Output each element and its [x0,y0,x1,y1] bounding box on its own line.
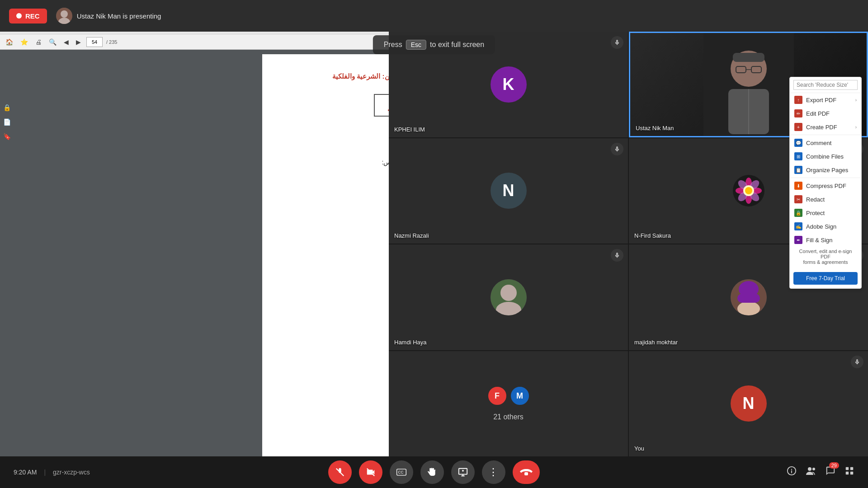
avatar-hamdi-haya [491,279,527,315]
svg-rect-40 [850,467,853,470]
presenter-text: Ustaz Nik Man is presenting [77,12,161,20]
svg-point-23 [500,285,517,301]
ctx-redact-label: Redact [806,196,825,203]
meeting-time: 9:20 AM [14,469,37,476]
ctx-adobe-sign[interactable]: ✍ Adobe Sign [790,220,861,233]
mute-kphei-ilim [611,36,623,49]
ctx-protect[interactable]: 🔒 Protect [790,206,861,220]
svg-point-21 [745,187,752,194]
tile-nazmi-razali: N Nazmi Razali [389,138,628,244]
end-call-btn[interactable] [513,460,540,484]
bottom-left: 9:20 AM | gzr-xczp-wcs [14,469,90,476]
ctx-create-pdf[interactable]: + Create PDF › [790,120,861,134]
svg-text:CC: CC [398,470,403,474]
nav-print-icon[interactable]: 🖨 [33,38,43,47]
ctx-export-pdf[interactable]: ↑ Export PDF › [790,93,861,107]
ctx-combine[interactable]: ⊞ Combine Files [790,150,861,163]
fullscreen-hint: Press Esc to exit full screen [373,35,495,54]
svg-rect-29 [737,294,760,303]
sidebar-lock-icon[interactable]: 🔒 [3,104,11,111]
svg-rect-5 [733,53,764,62]
others-count: 21 others [493,413,524,421]
ctx-adobe-sign-label: Adobe Sign [806,223,836,230]
pdf-context-menu: ↑ Export PDF › ✏ Edit PDF + Create PDF ›… [789,77,862,289]
tile-hamdi-haya: Hamdi Haya [389,244,628,350]
avatar-majidah-mokhtar [731,279,767,315]
ctx-combine-label: Combine Files [806,153,844,160]
ctx-redact[interactable]: ✂ Redact [790,192,861,206]
hint-prefix: Press [384,41,402,49]
others-avatars: F M [487,386,530,406]
rec-button[interactable]: REC [9,9,47,23]
nav-bookmark-icon[interactable]: ⭐ [19,38,30,47]
ctx-trial-btn[interactable]: Free 7-Day Trial [793,272,858,285]
sidebar-pages-icon[interactable]: 📄 [3,118,11,126]
raise-hand-btn[interactable] [420,460,444,484]
nav-prev-icon[interactable]: ◀ [62,38,71,47]
svg-rect-39 [846,467,849,470]
captions-btn[interactable]: CC [390,460,413,484]
ctx-export-arrow: › [855,98,857,103]
export-icon: ↑ [794,96,802,104]
info-btn[interactable] [787,466,797,479]
camera-btn[interactable] [359,460,382,484]
ctx-create-arrow: › [855,125,857,130]
ctx-protect-label: Protect [806,210,825,216]
avatar-nazmi-razali: N [491,173,527,209]
name-kphei-ilim: KPHEI ILIM [394,126,425,133]
ctx-export-label: Export PDF [806,97,836,103]
present-btn[interactable] [451,460,475,484]
ctx-compress[interactable]: ⬇ Compress PDF [790,179,861,192]
mute-btn[interactable] [328,460,352,484]
ctx-comment-label: Comment [806,140,831,146]
participants-btn[interactable] [806,466,816,479]
svg-rect-42 [850,472,853,474]
page-input[interactable] [86,37,103,47]
ctx-organize-label: Organize Pages [806,167,848,174]
mute-hamdi-haya [611,249,623,262]
activities-btn[interactable] [844,466,854,479]
ctx-fill-sign[interactable]: ✒ Fill & Sign [790,233,861,247]
sidebar-bookmark2-icon[interactable]: 🔖 [3,133,11,140]
ctx-bottom-text: Convert, edit and e-sign PDFforms & agre… [790,247,861,268]
avatar-kphei-ilim: K [491,66,527,103]
rec-label: REC [25,12,40,20]
combine-icon: ⊞ [794,152,802,160]
presenter-avatar [56,8,72,24]
svg-point-38 [812,468,815,470]
more-options-btn[interactable]: ⋮ [482,460,505,484]
nav-next-icon[interactable]: ▶ [74,38,83,47]
tile-others: F M 21 others [389,351,628,457]
name-majidah-mokhtar: majidah mokhtar [634,339,678,346]
ctx-organize[interactable]: 📋 Organize Pages [790,163,861,177]
others-mini-avatar-f: F [487,386,507,406]
ctx-fill-sign-label: Fill & Sign [806,237,833,244]
ctx-edit-label: Edit PDF [806,110,830,117]
top-bar: REC Ustaz Nik Man is presenting [0,0,868,32]
nav-zoom-icon[interactable]: 🔍 [47,38,58,47]
hint-suffix: to exit full screen [430,41,484,49]
more-dots: ⋮ [488,466,499,478]
create-icon: + [794,123,802,131]
ctx-compress-label: Compress PDF [806,183,846,189]
chat-badge: 29 [829,462,839,469]
bottom-right: 29 [787,466,854,479]
compress-icon: ⬇ [794,182,802,190]
name-hamdi-haya: Hamdi Haya [394,339,427,346]
name-nazmi-razali: Nazmi Razali [394,232,429,239]
chat-btn[interactable]: 29 [826,466,835,479]
svg-point-37 [808,467,811,471]
adobe-sign-icon: ✍ [794,222,802,230]
nav-home-icon[interactable]: 🏠 [4,38,15,47]
mute-nazmi-razali [611,143,623,155]
meeting-id: gzr-xczp-wcs [53,469,90,476]
redact-icon: ✂ [794,195,802,203]
name-ustaz-nik-man: Ustaz Nik Man [636,125,674,131]
ctx-comment[interactable]: 💬 Comment [790,136,861,150]
edit-icon: ✏ [794,109,802,117]
tile-you: N You [629,351,868,457]
ctx-edit-pdf[interactable]: ✏ Edit PDF [790,107,861,120]
context-search-input[interactable] [793,80,858,90]
others-mini-avatar-m: M [510,386,530,406]
fill-sign-icon: ✒ [794,236,802,244]
